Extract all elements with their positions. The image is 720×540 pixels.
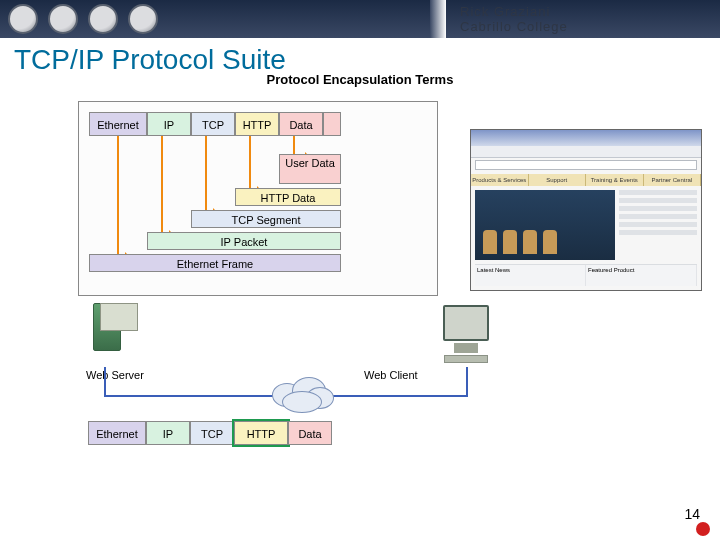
proto-ip: IP bbox=[146, 421, 190, 445]
footer-col: Featured Product bbox=[586, 265, 697, 286]
proto-ethernet: Ethernet bbox=[89, 112, 147, 136]
proto-http: HTTP bbox=[235, 112, 279, 136]
proto-tcp: TCP bbox=[190, 421, 234, 445]
footer-col: Latest News bbox=[475, 265, 586, 286]
banner-fade bbox=[430, 0, 446, 38]
encap-arrow bbox=[117, 136, 131, 260]
author-org: Cabrillo College bbox=[460, 19, 720, 34]
proto-tcp: TCP bbox=[191, 112, 235, 136]
hero-image bbox=[475, 190, 615, 260]
web-client-label: Web Client bbox=[364, 369, 418, 381]
web-server-icon bbox=[80, 303, 134, 367]
author-name: Rick Graziani bbox=[460, 4, 720, 19]
recording-indicator-icon bbox=[696, 522, 710, 536]
slide-title: TCP/IP Protocol Suite bbox=[0, 38, 720, 76]
proto-http-highlight: HTTP bbox=[234, 421, 288, 445]
person-icon bbox=[543, 230, 557, 254]
hero-sidebar bbox=[619, 190, 697, 260]
encap-arrow bbox=[205, 136, 219, 216]
gear-icon bbox=[8, 4, 38, 34]
proto-trailer bbox=[323, 112, 341, 136]
person-icon bbox=[523, 230, 537, 254]
label-user-data: User Data bbox=[279, 154, 341, 184]
encapsulation-diagram: Ethernet IP TCP HTTP Data User Data HTTP… bbox=[78, 101, 438, 296]
slide-banner: Rick Graziani Cabrillo College bbox=[0, 0, 720, 38]
label-ip-packet: IP Packet bbox=[147, 232, 341, 250]
site-tab: Training & Events bbox=[586, 174, 644, 186]
slide-number: 14 bbox=[684, 506, 700, 522]
author-block: Rick Graziani Cabrillo College bbox=[430, 0, 720, 38]
site-tab: Products & Services bbox=[471, 174, 529, 186]
person-icon bbox=[503, 230, 517, 254]
web-client-icon bbox=[432, 305, 500, 367]
encap-arrow bbox=[249, 136, 263, 194]
protocol-row-transit: Ethernet IP TCP HTTP Data bbox=[88, 421, 332, 445]
encap-arrow bbox=[161, 136, 175, 238]
site-hero-area bbox=[471, 186, 701, 264]
proto-ip: IP bbox=[147, 112, 191, 136]
web-server-label: Web Server bbox=[86, 369, 144, 381]
site-tab: Support bbox=[529, 174, 587, 186]
browser-menubar bbox=[471, 146, 701, 158]
web-browser-screenshot: Products & Services Support Training & E… bbox=[470, 129, 702, 291]
gear-icon bbox=[128, 4, 158, 34]
label-tcp-segment: TCP Segment bbox=[191, 210, 341, 228]
protocol-header-row: Ethernet IP TCP HTTP Data bbox=[89, 112, 341, 136]
site-tab: Partner Central bbox=[644, 174, 702, 186]
site-nav-tabs: Products & Services Support Training & E… bbox=[471, 174, 701, 186]
proto-data: Data bbox=[279, 112, 323, 136]
gear-icon bbox=[48, 4, 78, 34]
label-http-data: HTTP Data bbox=[235, 188, 341, 206]
label-ethernet-frame: Ethernet Frame bbox=[89, 254, 341, 272]
banner-graphic bbox=[0, 0, 430, 38]
diagram-stage: Ethernet IP TCP HTTP Data User Data HTTP… bbox=[8, 87, 708, 527]
person-icon bbox=[483, 230, 497, 254]
browser-addressbar bbox=[475, 160, 697, 170]
site-footer: Latest News Featured Product bbox=[475, 264, 697, 286]
proto-data: Data bbox=[288, 421, 332, 445]
proto-ethernet: Ethernet bbox=[88, 421, 146, 445]
gear-icon bbox=[88, 4, 118, 34]
browser-titlebar bbox=[471, 130, 701, 146]
internet-cloud-icon bbox=[266, 375, 338, 415]
